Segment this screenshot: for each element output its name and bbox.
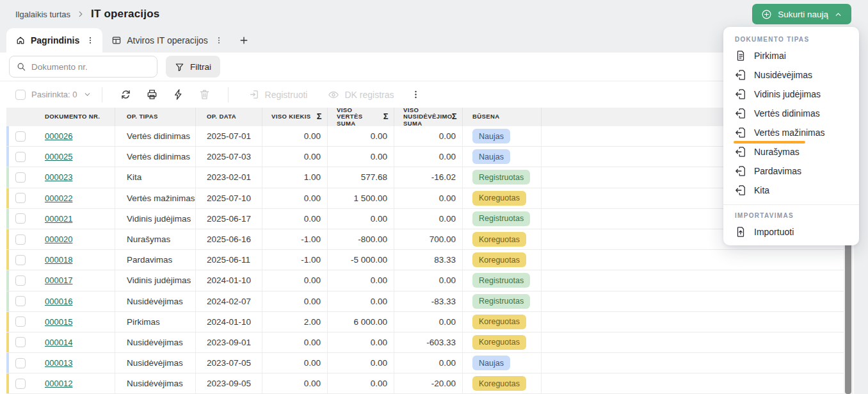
row-checkbox[interactable] (15, 234, 26, 245)
menu-item[interactable]: Nusidėvėjimas (723, 65, 859, 85)
row-checkbox[interactable] (15, 193, 26, 203)
menu-item-import[interactable]: Importuoti (723, 222, 859, 242)
menu-item[interactable]: Pirkimai (723, 46, 859, 65)
print-button[interactable] (142, 85, 162, 104)
table-row[interactable]: 000014 Nusidėvėjimas 2023-09-01 0.00 0.0… (6, 332, 844, 353)
table-row[interactable]: 000021 Vidinis judėjimas 2025-06-17 0.00… (6, 209, 844, 229)
menu-item[interactable]: Vertės didinimas (723, 104, 859, 123)
document-number-link[interactable]: 000014 (45, 338, 72, 347)
sum-icon[interactable]: Σ (383, 112, 389, 121)
search-icon (16, 62, 26, 72)
document-nr-cell: 000022 (40, 188, 115, 208)
op-type-cell: Vertės mažinimas (115, 188, 195, 208)
document-number-link[interactable]: 000016 (45, 297, 72, 306)
table-row[interactable]: 000023 Kita 2023-02-01 1.00 577.68 -16.0… (6, 167, 844, 188)
document-number-link[interactable]: 000012 (45, 379, 72, 388)
document-number-link[interactable]: 000022 (45, 193, 72, 203)
table-row[interactable]: 000025 Vertės didinimas 2025-07-03 0.00 … (6, 147, 844, 167)
status-cell: Registruotas (462, 291, 541, 311)
row-checkbox[interactable] (15, 213, 26, 224)
row-checkbox[interactable] (15, 152, 26, 162)
breadcrumb-parent-link[interactable]: Ilgalaikis turtas (15, 10, 70, 19)
row-checkbox[interactable] (15, 379, 26, 389)
header-status[interactable]: Būsena (462, 108, 541, 126)
document-number-link[interactable]: 000025 (45, 152, 72, 161)
filler-cell (541, 312, 844, 332)
tab-main-kebab-icon[interactable] (84, 35, 96, 46)
table-row[interactable]: 000013 Nusidėvėjimas 2023-07-05 0.00 0.0… (6, 353, 844, 373)
table-row[interactable]: 000012 Nusidėvėjimas 2023-09-05 0.00 0.0… (6, 373, 844, 394)
refresh-button[interactable] (116, 85, 136, 104)
row-checkbox[interactable] (15, 337, 26, 347)
row-checkbox-cell (6, 373, 40, 393)
tab-open-kebab-icon[interactable] (213, 35, 225, 46)
add-tab-button[interactable] (231, 28, 257, 53)
filters-button[interactable]: Filtrai (166, 56, 220, 78)
menu-item[interactable]: Pardavimas (723, 161, 859, 181)
menu-item[interactable]: Kita (723, 181, 859, 200)
lightning-button[interactable] (168, 85, 188, 104)
menu-item[interactable]: Nurašymas (723, 142, 859, 161)
table-row[interactable]: 000022 Vertės mažinimas 2025-07-10 0.00 … (6, 188, 844, 209)
document-number-link[interactable]: 000013 (45, 358, 72, 368)
op-date-cell: 2025-07-03 (195, 147, 262, 167)
row-checkbox[interactable] (15, 316, 26, 327)
tab-open-it-operations[interactable]: Atviros IT operacijos (102, 28, 231, 53)
document-nr-cell: 000014 (40, 332, 115, 352)
document-number-link[interactable]: 000026 (45, 131, 72, 141)
header-total-qty[interactable]: Viso kiekis Σ (262, 108, 327, 126)
op-date-cell: 2025-07-01 (195, 126, 262, 146)
document-number-link[interactable]: 000018 (45, 255, 72, 265)
row-checkbox[interactable] (15, 358, 26, 368)
value-sum-cell: 0.00 (327, 291, 394, 311)
table-row[interactable]: 000017 Vidinis judėjimas 2024-01-10 0.00… (6, 270, 844, 291)
qty-cell: 0.00 (262, 332, 327, 352)
op-type-cell: Vidinis judėjimas (115, 209, 195, 229)
sum-icon[interactable]: Σ (317, 112, 322, 121)
document-number-link[interactable]: 000015 (45, 317, 72, 327)
row-checkbox[interactable] (15, 172, 26, 183)
toolbar-kebab-icon[interactable] (408, 86, 423, 103)
tab-main[interactable]: Pagrindinis (6, 28, 102, 53)
document-number-link[interactable]: 000017 (45, 275, 72, 285)
search-box[interactable] (9, 56, 157, 78)
qty-cell: 0.00 (262, 291, 327, 311)
dropdown-section-import: Importavimas (723, 208, 859, 222)
op-type-cell: Pardavimas (115, 250, 195, 270)
sum-icon[interactable]: Σ (452, 112, 457, 121)
table-row[interactable]: 000018 Pardavimas 2025-06-11 -1.00 -5 00… (6, 250, 844, 270)
dk-register-button[interactable]: DK registras (323, 85, 399, 104)
row-checkbox[interactable] (15, 131, 26, 142)
status-badge: Registruotas (472, 273, 530, 288)
status-cell: Registruotas (462, 167, 541, 187)
document-number-link[interactable]: 000021 (45, 214, 72, 224)
header-total-depreciation[interactable]: Viso nusidėvėjimo suma Σ (394, 108, 462, 126)
header-total-value[interactable]: Viso vertės suma Σ (327, 108, 394, 126)
row-checkbox-cell (6, 250, 40, 270)
row-checkbox[interactable] (15, 255, 26, 265)
chevron-down-icon[interactable] (83, 90, 92, 99)
document-number-link[interactable]: 000020 (45, 234, 72, 244)
table-row[interactable]: 000020 Nurašymas 2025-06-16 -1.00 -800.0… (6, 229, 844, 250)
dropdown-doc-items: Pirkimai Nusidėvėjimas Vidinis judėjimas… (723, 46, 859, 200)
menu-item[interactable]: Vertės mažinimas (723, 123, 859, 142)
header-op-type[interactable]: Op. tipas (115, 108, 195, 126)
register-button[interactable]: Registruoti (244, 85, 313, 104)
table-row[interactable]: 000016 Nusidėvėjimas 2024-02-07 0.00 0.0… (6, 291, 844, 312)
table-view-icon (111, 35, 122, 45)
header-document-nr[interactable]: Dokumento nr. (40, 108, 115, 126)
create-new-button[interactable]: Sukurti naują (752, 4, 851, 24)
search-input[interactable] (31, 62, 150, 72)
table-row[interactable]: 000026 Vertės didinimas 2025-07-01 0.00 … (6, 126, 844, 147)
row-checkbox-cell (6, 270, 40, 290)
row-checkbox[interactable] (15, 296, 26, 306)
header-op-date[interactable]: Op. data (195, 108, 262, 126)
delete-button[interactable] (195, 85, 214, 104)
row-checkbox[interactable] (15, 275, 26, 286)
select-all-checkbox[interactable] (15, 90, 26, 100)
select-all-group[interactable]: Pasirinkta: 0 (15, 90, 92, 100)
table-row[interactable]: 000015 Pirkimas 2024-01-10 2.00 6 000.00… (6, 312, 844, 332)
status-cell: Koreguotas (462, 250, 541, 270)
menu-item[interactable]: Vidinis judėjimas (723, 85, 859, 104)
document-number-link[interactable]: 000023 (45, 172, 72, 182)
